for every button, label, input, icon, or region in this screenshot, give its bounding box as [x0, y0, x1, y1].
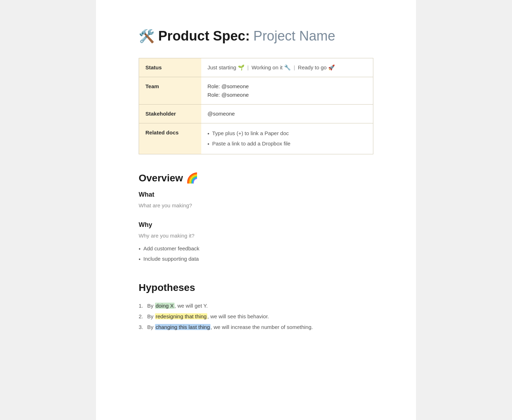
table-label-status: Status — [139, 58, 201, 77]
table-value-status: Just starting 🌱 | Working on it 🔧 | Read… — [201, 58, 373, 77]
title-emoji: 🛠️ — [139, 29, 155, 44]
title-light-text: Project Name — [254, 28, 335, 44]
info-table: Status Just starting 🌱 | Working on it 🔧… — [139, 58, 373, 154]
hypothesis-item-1: By doing X, we will get Y. — [139, 301, 373, 311]
related-doc-item-2: Paste a link to add a Dropbox file — [208, 139, 367, 149]
hyp2-prefix: By — [147, 313, 155, 319]
hyp3-highlight: changing this last thing — [155, 324, 211, 330]
team-line-2: Role: @someone — [208, 91, 367, 99]
what-subsection: What What are you making? — [139, 191, 373, 210]
team-line-1: Role: @someone — [208, 82, 367, 91]
document-title: 🛠️ Product Spec: Project Name — [139, 28, 373, 44]
hyp1-prefix: By — [147, 303, 155, 309]
hyp3-suffix: , we will increase the number of somethi… — [210, 324, 313, 330]
table-row-related-docs: Related docs Type plus (+) to link a Pap… — [139, 123, 373, 154]
table-value-related-docs: Type plus (+) to link a Paper doc Paste … — [201, 123, 373, 154]
table-value-stakeholder: @someone — [201, 105, 373, 123]
table-label-stakeholder: Stakeholder — [139, 105, 201, 123]
table-value-team: Role: @someone Role: @someone — [201, 77, 373, 105]
title-bold-text: Product Spec: — [158, 28, 250, 44]
what-title: What — [139, 191, 373, 198]
overview-title: Overview 🌈 — [139, 172, 373, 184]
hyp2-suffix: , we will see this behavior. — [207, 313, 269, 319]
hypothesis-item-2: By redesigning that thing, we will see t… — [139, 311, 373, 322]
hyp1-suffix: , we will get Y. — [175, 303, 208, 309]
why-bullet-1: Add customer feedback — [139, 244, 373, 254]
status-2-text: Working on it 🔧 — [251, 63, 290, 72]
why-bullet-2: Include supporting data — [139, 254, 373, 264]
hypothesis-item-3: By changing this last thing, we will inc… — [139, 322, 373, 333]
status-3-text: Ready to go 🚀 — [298, 63, 335, 72]
related-docs-list: Type plus (+) to link a Paper doc Paste … — [208, 128, 367, 149]
hypotheses-section: Hypotheses By doing X, we will get Y. By… — [139, 282, 373, 333]
status-1-text: Just starting 🌱 — [208, 63, 245, 72]
table-row-team: Team Role: @someone Role: @someone — [139, 77, 373, 105]
hypotheses-list: By doing X, we will get Y. By redesignin… — [139, 301, 373, 333]
why-bullets: Add customer feedback Include supporting… — [139, 244, 373, 264]
overview-emoji: 🌈 — [186, 172, 198, 184]
document-container: 🛠️ Product Spec: Project Name Status Jus… — [96, 0, 416, 420]
hyp2-highlight: redesigning that thing — [155, 313, 207, 319]
table-row-stakeholder: Stakeholder @someone — [139, 105, 373, 123]
why-subsection: Why Why are you making it? Add customer … — [139, 221, 373, 264]
why-title: Why — [139, 221, 373, 229]
table-label-related-docs: Related docs — [139, 123, 201, 154]
table-label-team: Team — [139, 77, 201, 105]
status-sep-1: | — [247, 63, 249, 72]
hypotheses-title: Hypotheses — [139, 282, 373, 293]
overview-section: Overview 🌈 What What are you making? Why… — [139, 172, 373, 264]
status-sep-2: | — [294, 63, 295, 72]
related-doc-item-1: Type plus (+) to link a Paper doc — [208, 128, 367, 139]
status-bar: Just starting 🌱 | Working on it 🔧 | Read… — [208, 63, 367, 72]
what-body: What are you making? — [139, 201, 373, 210]
why-body: Why are you making it? — [139, 232, 373, 240]
hyp3-prefix: By — [147, 324, 155, 330]
table-row-status: Status Just starting 🌱 | Working on it 🔧… — [139, 58, 373, 77]
hyp1-highlight: doing X — [155, 303, 175, 309]
